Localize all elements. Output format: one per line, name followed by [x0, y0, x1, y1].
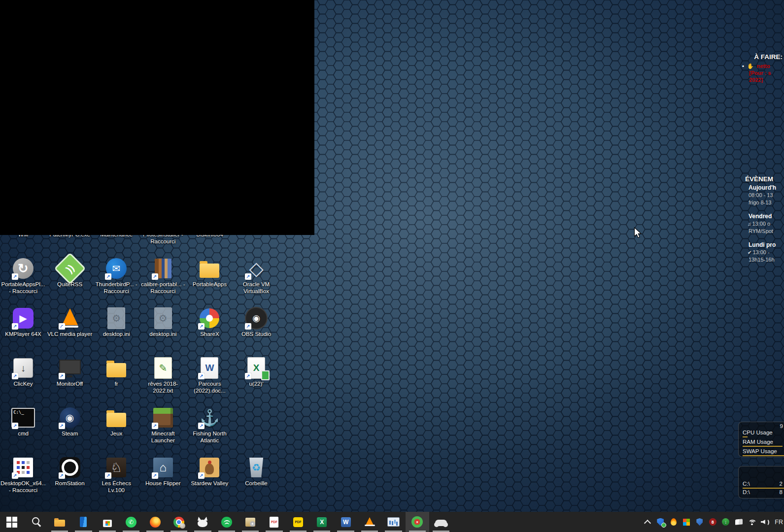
taskbar-button[interactable]: [239, 512, 262, 532]
shortcut-arrow-icon: [12, 472, 18, 479]
taskbar-button[interactable]: W: [334, 512, 357, 532]
tray-button[interactable]: [748, 516, 756, 528]
taskbar-button[interactable]: [429, 512, 453, 532]
desktop-icon[interactable]: C:\_ cmd: [0, 406, 46, 437]
desktop-icon-label: Minecraft Launcher: [140, 431, 186, 444]
tray-button[interactable]: [761, 516, 769, 528]
monitoroff-icon: [58, 356, 82, 380]
glyph-char: [106, 363, 126, 377]
taskbar-glyph-char: x: [416, 520, 418, 524]
taskbar-button[interactable]: PDF: [286, 512, 310, 532]
desktop-icon[interactable]: ◉ OBS Studio: [234, 306, 279, 338]
taskbar-button[interactable]: x: [406, 512, 429, 532]
tray-button[interactable]: 8: [709, 516, 717, 528]
desktop-icon[interactable]: fr: [94, 356, 139, 388]
desktop-icon[interactable]: ◇ Oracle VM VirtualBox: [234, 257, 279, 295]
taskbar-button[interactable]: PDF: [262, 512, 286, 532]
desktop-icon-label: rêves 2018-2022.txt: [140, 381, 186, 394]
desktop-icon-label: u(22)': [234, 381, 279, 388]
desktop-icon-label: Les Échecs Lv.100: [94, 480, 139, 494]
desktop-icon[interactable]: ✎ rêves 2018-2022.txt: [140, 356, 186, 394]
desktop-icon-label: MonitorOff: [47, 381, 93, 388]
todo-text-line: 2022]: [738, 76, 784, 83]
desktop-icon-label: fr: [94, 381, 139, 388]
desktop-icon[interactable]: )) QuiteRSS: [47, 257, 93, 288]
desktop-icon[interactable]: ♘ Les Échecs Lv.100: [94, 456, 139, 494]
task-manager-icon: [387, 517, 400, 527]
desktop-icon[interactable]: MonitorOff: [47, 356, 93, 388]
portableapps-folder-icon: [198, 257, 221, 280]
language-indicator[interactable]: FR: [774, 519, 783, 526]
glyph-char: ♻: [248, 458, 264, 477]
foobar2000-icon: [198, 520, 207, 527]
whatsapp-icon: ✆: [126, 517, 136, 528]
desktop-icon-label: DesktopOK_x64... - Raccourci: [0, 480, 46, 494]
shortcut-arrow-icon: [59, 373, 65, 379]
desktop-icon[interactable]: ↓ ClicKey: [0, 356, 46, 388]
desktop-icon[interactable]: W Parcours (2022).doc...: [187, 356, 232, 394]
taskbar-button[interactable]: [167, 512, 191, 532]
tray-button[interactable]: [695, 516, 704, 528]
obs-icon: ◉: [244, 306, 268, 330]
taskbar-glyph-char: PDF: [271, 520, 277, 524]
shield-icon: [696, 518, 703, 526]
desktopok-icon: [11, 456, 35, 479]
desktop-icon[interactable]: ⌂ House Flipper: [140, 456, 186, 487]
desktop-icon[interactable]: ◉ Steam: [47, 406, 93, 437]
event-line-text: RYM/Spot: [749, 228, 773, 234]
desktop-icon[interactable]: VLC media player: [47, 306, 93, 338]
event-line: ✔13:00 -: [745, 249, 784, 256]
tray-button[interactable]: ↓: [721, 516, 730, 528]
taskbar-button[interactable]: [381, 512, 405, 532]
taskbar-button[interactable]: [143, 512, 167, 532]
tray-button[interactable]: [656, 516, 665, 528]
disk-label: C:\: [743, 480, 750, 487]
taskbar-button[interactable]: [358, 512, 381, 532]
desktop-icon[interactable]: ⚙ desktop.ini: [140, 306, 186, 338]
desktop-icon-label: Stardew Valley: [187, 480, 232, 487]
tray-icons: 8 ↓: [643, 516, 769, 528]
shortcut-arrow-icon: [59, 423, 65, 429]
taskbar-glyph-char: ✆: [129, 519, 134, 526]
desktop-icon[interactable]: Jeux: [94, 406, 139, 437]
taskbar-button[interactable]: [71, 512, 95, 532]
tray-button[interactable]: [682, 516, 691, 528]
taskbar-button[interactable]: [191, 512, 214, 532]
desktop-icon[interactable]: ▶ KMPlayer 64X: [0, 306, 46, 338]
desktop-icon[interactable]: calibre-portabl... - Raccourci: [140, 257, 186, 295]
vlc-icon: [58, 306, 82, 330]
minecraft-icon: [151, 406, 175, 430]
desktop-icon[interactable]: PortableApps: [187, 257, 232, 288]
desktop-root: WM PatchMyPC.exe Maintenance: [0, 0, 784, 532]
tray-button[interactable]: [735, 516, 743, 528]
desktop-icon[interactable]: ♻ Corbeille: [234, 456, 279, 487]
tray-button[interactable]: [669, 516, 678, 528]
shortcut-arrow-icon: [12, 323, 18, 330]
shortcut-arrow-icon: [12, 273, 18, 280]
desktop-icon[interactable]: ⚙ desktop.ini: [94, 306, 139, 338]
desktop-icon[interactable]: ⚓ Fishing North Atlantic: [187, 406, 232, 444]
glyph-char: ⚙: [107, 307, 125, 329]
taskbar-button[interactable]: ✆: [119, 512, 143, 532]
black-window[interactable]: [0, 0, 314, 235]
desktop-icon[interactable]: DesktopOK_x64... - Raccourci: [0, 456, 46, 494]
tray-button[interactable]: [643, 516, 651, 528]
desktop-icon[interactable]: ↻ PortableAppsPl... - Raccourci: [0, 257, 46, 295]
folder-jeux-icon: [104, 406, 128, 430]
taskbar-button[interactable]: X: [310, 512, 334, 532]
taskbar-glyph-char: W: [343, 519, 348, 526]
taskbar-button[interactable]: [24, 512, 47, 532]
disk-list: C:\ 2 D:\ 8: [743, 480, 784, 497]
taskbar-button[interactable]: [215, 512, 239, 532]
desktop-icon[interactable]: Stardew Valley: [187, 456, 232, 487]
taskbar-button[interactable]: [0, 512, 24, 532]
desktop-icon[interactable]: ✉ ThunderbirdP... - Raccourci: [94, 257, 139, 295]
desktop-icon[interactable]: RomStation: [47, 456, 93, 487]
desktop-icon[interactable]: Minecraft Launcher: [140, 406, 186, 444]
taskbar-button[interactable]: [96, 512, 119, 532]
hand-icon: ✋: [747, 63, 754, 69]
todo-title: À FAIRE:: [738, 53, 784, 61]
desktop-icon[interactable]: X u(22)': [234, 356, 279, 388]
taskbar-button[interactable]: [48, 512, 71, 532]
desktop-icon[interactable]: ShareX: [187, 306, 232, 338]
